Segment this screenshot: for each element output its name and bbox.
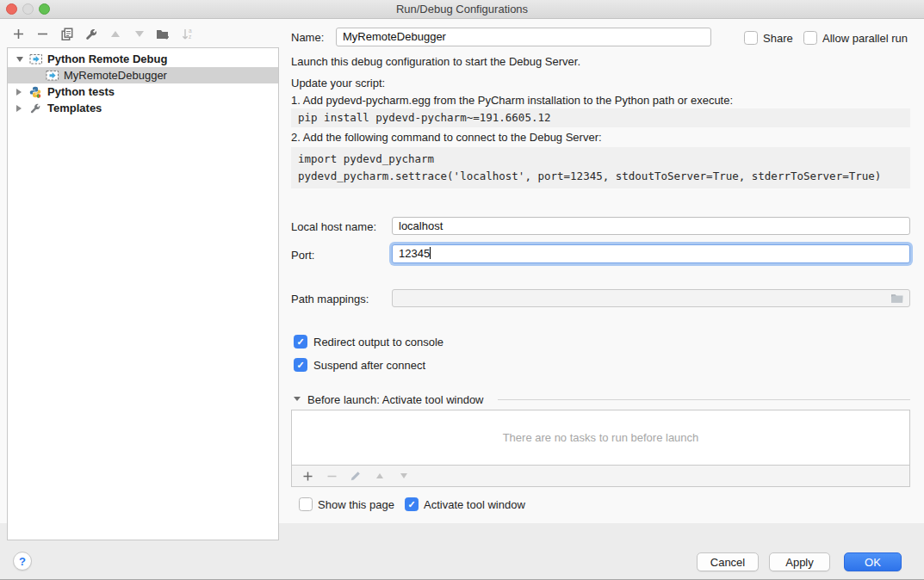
tree-item-python-remote-debug[interactable]: Python Remote Debug (8, 51, 278, 67)
step2-text: 2. Add the following command to connect … (291, 131, 602, 144)
move-down-icon[interactable] (131, 26, 147, 42)
ok-button[interactable]: OK (844, 552, 902, 571)
tree-item-templates[interactable]: Templates (8, 100, 278, 116)
new-folder-icon[interactable] (155, 26, 171, 42)
show-this-page-label: Show this page (318, 498, 394, 511)
name-input[interactable]: MyRemoteDebugger (336, 28, 711, 46)
activate-tool-window-checkbox[interactable]: ✓ (405, 497, 419, 511)
redirect-output-label: Redirect output to console (313, 336, 443, 349)
remove-icon[interactable] (34, 26, 51, 42)
no-tasks-text: There are no tasks to run before launch (503, 431, 699, 444)
svg-text:z: z (189, 34, 191, 40)
tree-collapse-icon[interactable] (16, 57, 23, 62)
run-config-icon (29, 53, 43, 65)
python-icon (29, 86, 43, 98)
tree-expand-icon[interactable] (16, 89, 22, 96)
before-launch-task-list[interactable]: There are no tasks to run before launch (291, 410, 910, 466)
path-mappings-input[interactable] (392, 289, 910, 307)
share-label: Share (763, 32, 793, 45)
tree-item-python-tests[interactable]: Python tests (8, 83, 278, 100)
pip-install-code: pip install pydevd-pycharm~=191.6605.12 (291, 108, 910, 127)
edit-defaults-icon[interactable] (83, 26, 99, 42)
sort-alphabetically-icon[interactable]: a z (179, 26, 195, 42)
cancel-button[interactable]: Cancel (697, 552, 759, 571)
before-launch-collapse-icon[interactable] (294, 397, 301, 401)
step1-text: 1. Add pydevd-pycharm.egg from the PyCha… (291, 94, 733, 107)
window-title: Run/Debug Configurations (0, 3, 924, 15)
task-move-down-icon[interactable] (397, 469, 411, 483)
code-line-1: import pydevd_pycharm (298, 151, 910, 168)
add-icon[interactable] (10, 26, 27, 42)
suspend-after-connect-checkbox[interactable]: ✓ (294, 358, 307, 372)
show-this-page-checkbox[interactable]: ✓ (299, 497, 313, 511)
port-input[interactable]: 12345 (392, 244, 910, 263)
activate-tool-window-label: Activate tool window (424, 498, 525, 511)
local-host-name-label: Local host name: (291, 220, 376, 233)
settrace-code: import pydevd_pycharm pydevd_pycharm.set… (291, 147, 910, 188)
edit-task-icon[interactable] (349, 469, 363, 483)
port-label: Port: (291, 249, 314, 262)
allow-parallel-run-checkbox[interactable]: ✓ (803, 31, 817, 45)
code-line-2: pydevd_pycharm.settrace('localhost', por… (298, 168, 910, 185)
move-up-icon[interactable] (107, 26, 123, 42)
run-debug-configurations-dialog: Run/Debug Configurations (0, 0, 924, 580)
wrench-icon (29, 102, 43, 114)
task-list-toolbar (291, 466, 910, 487)
redirect-output-checkbox[interactable]: ✓ (294, 335, 307, 349)
help-button[interactable]: ? (13, 552, 32, 571)
intro-text: Launch this debug configuration to start… (291, 55, 580, 68)
run-config-icon (46, 70, 59, 82)
text-caret (430, 247, 431, 259)
tree-expand-icon[interactable] (16, 105, 22, 112)
tree-item-myremotedebugger[interactable]: MyRemoteDebugger (8, 67, 278, 83)
add-task-icon[interactable] (301, 469, 314, 483)
before-launch-header: Before launch: Activate tool window (307, 393, 484, 406)
browse-folder-icon[interactable] (890, 292, 904, 308)
task-move-up-icon[interactable] (373, 469, 387, 483)
share-checkbox[interactable]: ✓ (744, 31, 758, 45)
before-launch-separator (498, 399, 910, 400)
update-script-text: Update your script: (291, 77, 385, 89)
configurations-toolbar: a z (10, 26, 195, 42)
apply-button[interactable]: Apply (769, 552, 830, 571)
configurations-tree: Python Remote Debug MyRemoteDebugger (7, 47, 279, 540)
local-host-name-input[interactable]: localhost (392, 217, 910, 235)
suspend-after-connect-label: Suspend after connect (313, 359, 425, 372)
help-icon: ? (19, 555, 26, 568)
svg-text:a: a (189, 28, 192, 34)
allow-parallel-run-label: Allow parallel run (822, 32, 908, 45)
title-bar: Run/Debug Configurations (0, 0, 924, 19)
path-mappings-label: Path mappings: (291, 293, 369, 305)
name-label: Name: (291, 31, 324, 44)
remove-task-icon[interactable] (325, 469, 338, 483)
copy-icon[interactable] (59, 26, 75, 42)
